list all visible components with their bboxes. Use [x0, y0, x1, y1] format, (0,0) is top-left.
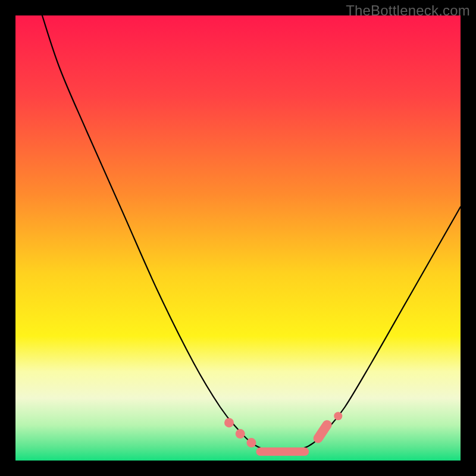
chart-svg	[15, 15, 461, 461]
heat-background	[15, 15, 461, 461]
marker-left-0	[224, 418, 234, 427]
marker-right-dot	[334, 412, 342, 420]
outer-frame: TheBottleneck.com	[0, 0, 476, 476]
marker-left-2	[246, 438, 256, 447]
marker-left-1	[236, 429, 245, 439]
plot-area	[15, 15, 461, 461]
